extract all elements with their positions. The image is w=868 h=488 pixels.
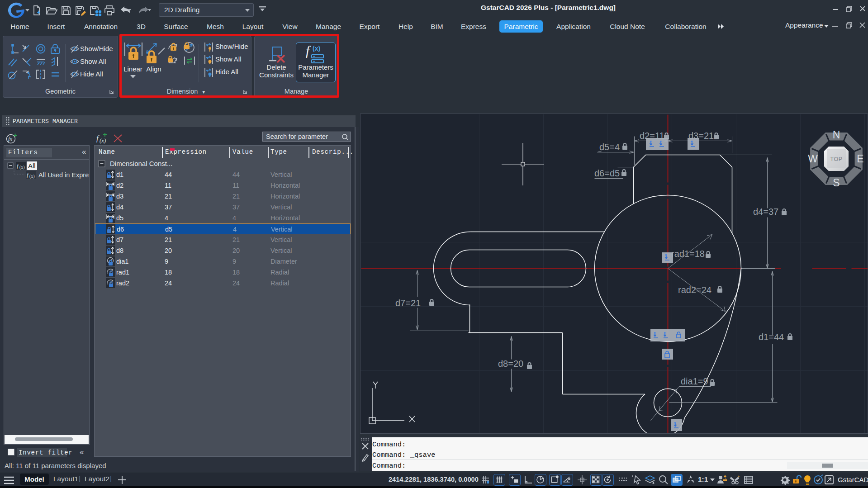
svg-text:W: W	[808, 153, 818, 165]
svg-text:rad1=18: rad1=18	[671, 249, 705, 259]
svg-text:d1=44: d1=44	[759, 332, 784, 342]
svg-text:E: E	[857, 153, 863, 165]
svg-text:d6=d5: d6=d5	[594, 168, 620, 178]
svg-text:(x): (x)	[100, 137, 106, 144]
svg-text:S: S	[833, 177, 840, 189]
svg-text:d7=21: d7=21	[395, 298, 421, 308]
svg-text:(x): (x)	[29, 174, 35, 179]
svg-text:N: N	[833, 129, 840, 141]
svg-text:fx: fx	[8, 135, 13, 142]
svg-text:d4=37: d4=37	[753, 207, 778, 217]
svg-text:f: f	[96, 134, 100, 142]
svg-text:d8=20: d8=20	[498, 359, 523, 369]
svg-text:TOP: TOP	[830, 156, 843, 162]
svg-text:rad2=24: rad2=24	[678, 285, 711, 295]
svg-text:d5=4: d5=4	[599, 142, 620, 152]
